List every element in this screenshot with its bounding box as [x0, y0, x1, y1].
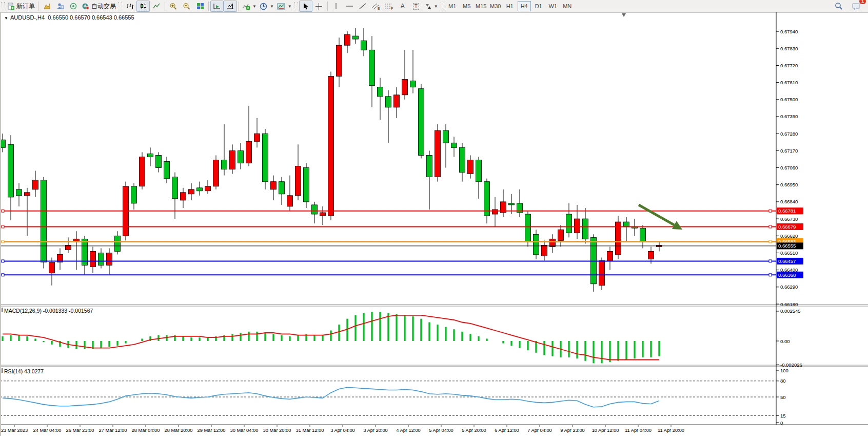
candle: [361, 41, 367, 50]
low-value: 0.66543: [92, 14, 112, 21]
svg-text:0.66457: 0.66457: [778, 258, 796, 264]
candle: [90, 251, 96, 267]
candle: [312, 205, 318, 214]
svg-text:27 Mar 12:00: 27 Mar 12:00: [99, 428, 127, 433]
candle: [566, 214, 572, 233]
svg-text:0.66368: 0.66368: [778, 272, 796, 278]
candle: [509, 203, 515, 205]
candle: [98, 253, 104, 266]
svg-text:0.66620: 0.66620: [780, 233, 798, 239]
svg-text:29 Mar 12:00: 29 Mar 12:00: [198, 428, 226, 433]
candle: [8, 144, 14, 197]
candle: [451, 143, 457, 147]
candle: [419, 89, 424, 156]
candle: [386, 97, 391, 107]
candle: [640, 228, 646, 242]
candle: [468, 160, 474, 174]
open-value: 0.66550: [48, 14, 68, 21]
svg-text:4 Apr 12:00: 4 Apr 12:00: [396, 428, 421, 433]
candle: [279, 182, 285, 194]
svg-text:6 Apr 12:00: 6 Apr 12:00: [495, 428, 519, 433]
svg-text:0: 0: [780, 420, 783, 426]
svg-text:0.67280: 0.67280: [780, 131, 798, 137]
svg-text:28 Mar 04:00: 28 Mar 04:00: [132, 428, 160, 433]
candle: [648, 251, 654, 259]
svg-text:24 Mar 04:00: 24 Mar 04:00: [33, 428, 62, 433]
candle: [189, 189, 194, 194]
svg-text:15: 15: [780, 413, 786, 419]
svg-text:7 Apr 04:00: 7 Apr 04:00: [527, 428, 552, 433]
candle: [115, 236, 121, 251]
candle: [378, 87, 383, 97]
candle: [558, 230, 564, 240]
candle: [427, 155, 432, 177]
candle: [16, 189, 22, 196]
candle: [295, 166, 301, 196]
svg-text:0.66679: 0.66679: [778, 224, 796, 230]
svg-text:28 Mar 20:00: 28 Mar 20:00: [165, 428, 193, 433]
candle: [353, 36, 359, 39]
svg-text:80: 80: [780, 378, 786, 384]
candle: [337, 45, 342, 76]
candle: [460, 147, 465, 172]
candle: [435, 130, 441, 177]
candle: [599, 261, 605, 286]
candle: [181, 193, 186, 200]
svg-text:23 Mar 2023: 23 Mar 2023: [1, 428, 28, 433]
svg-text:0.66180: 0.66180: [780, 301, 798, 307]
svg-text:50: 50: [780, 394, 786, 400]
candle: [222, 160, 227, 169]
svg-text:9 Apr 23:00: 9 Apr 23:00: [560, 428, 585, 433]
svg-text:0.66840: 0.66840: [780, 199, 798, 204]
svg-text:0.66290: 0.66290: [780, 284, 798, 290]
svg-text:30 Mar 20:00: 30 Mar 20:00: [263, 428, 291, 433]
candle: [172, 177, 178, 199]
svg-text:0.67940: 0.67940: [780, 29, 798, 34]
svg-text:3 Apr 20:00: 3 Apr 20:00: [363, 428, 388, 433]
svg-text:100: 100: [780, 368, 788, 373]
candle: [410, 81, 416, 87]
candle: [534, 234, 539, 254]
svg-text:0.00: 0.00: [780, 338, 790, 344]
svg-text:26 Mar 23:00: 26 Mar 23:00: [66, 428, 94, 433]
candle: [492, 210, 498, 214]
svg-text:0.66950: 0.66950: [780, 182, 798, 187]
svg-text:5 Apr 20:00: 5 Apr 20:00: [462, 428, 486, 433]
candle: [542, 245, 547, 256]
candle: [213, 160, 219, 186]
candle: [271, 182, 277, 189]
candle: [49, 262, 55, 273]
candle: [624, 222, 629, 226]
svg-text:0.67720: 0.67720: [780, 63, 798, 68]
candle: [575, 219, 580, 233]
candle: [550, 239, 556, 247]
candle: [402, 80, 408, 95]
candle: [525, 214, 531, 242]
svg-text:0.67830: 0.67830: [780, 46, 798, 51]
candle: [476, 160, 482, 182]
svg-text:0.66730: 0.66730: [780, 216, 798, 222]
candle: [131, 186, 137, 203]
candle: [369, 50, 375, 85]
collapse-triangle-icon[interactable]: ▼: [4, 16, 8, 21]
svg-text:0.002545: 0.002545: [780, 308, 801, 314]
svg-text:30 Mar 04:00: 30 Mar 04:00: [230, 428, 259, 433]
candle: [197, 188, 203, 191]
candle: [107, 253, 112, 266]
svg-text:0.67060: 0.67060: [780, 165, 798, 170]
svg-text:11 Apr 04:00: 11 Apr 04:00: [625, 428, 652, 433]
candle: [394, 95, 400, 107]
candle: [320, 213, 326, 216]
candle: [583, 219, 588, 239]
candle: [33, 180, 38, 189]
svg-text:10 Apr 12:00: 10 Apr 12:00: [592, 428, 619, 433]
svg-text:0.67610: 0.67610: [780, 80, 798, 85]
svg-text:0.67390: 0.67390: [780, 113, 798, 119]
svg-text:0.66510: 0.66510: [780, 250, 798, 256]
candle: [164, 162, 170, 179]
candle: [205, 186, 211, 191]
svg-text:0.66781: 0.66781: [778, 208, 796, 214]
candle: [345, 34, 350, 45]
candle: [304, 168, 309, 202]
svg-text:31 Mar 12:00: 31 Mar 12:00: [296, 428, 324, 433]
